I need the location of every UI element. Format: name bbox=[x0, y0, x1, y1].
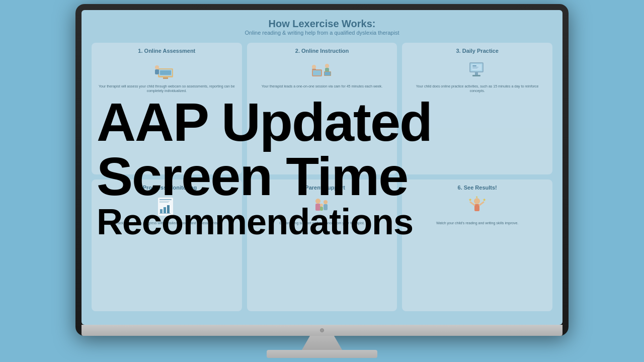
card-2-icon bbox=[307, 57, 337, 82]
monitor-neck bbox=[302, 336, 342, 350]
svg-rect-7 bbox=[313, 70, 321, 75]
svg-rect-2 bbox=[163, 77, 168, 79]
svg-rect-26 bbox=[160, 209, 163, 213]
svg-line-39 bbox=[479, 202, 484, 205]
svg-rect-27 bbox=[164, 207, 166, 213]
svg-rect-18 bbox=[472, 67, 478, 67]
card-1-title: 1. Online Assessment bbox=[138, 48, 195, 54]
svg-rect-24 bbox=[159, 201, 170, 202]
card-4-title: 4. Progress Monitoring bbox=[136, 185, 197, 191]
svg-text:★: ★ bbox=[468, 198, 472, 202]
card-4-desc: Track your child's progress with detaile… bbox=[115, 221, 218, 225]
card-4-icon bbox=[151, 194, 182, 219]
card-daily-practice: 3. Daily Practice bbox=[402, 43, 552, 174]
card-6-icon: ★ ★ ★ bbox=[462, 194, 493, 219]
svg-point-36 bbox=[474, 198, 480, 204]
svg-rect-3 bbox=[160, 70, 171, 75]
monitor-dot bbox=[320, 328, 324, 332]
card-instruction: 2. Online Instruction bbox=[247, 43, 397, 174]
svg-rect-29 bbox=[159, 213, 171, 214]
svg-rect-19 bbox=[472, 68, 477, 68]
card-3-desc: Your child does online practice activiti… bbox=[408, 84, 546, 93]
card-1-desc: Your therapist will assess your child th… bbox=[98, 84, 236, 93]
svg-rect-5 bbox=[155, 69, 159, 74]
screen: How Lexercise Works: Online reading & wr… bbox=[82, 10, 562, 325]
svg-rect-31 bbox=[315, 204, 320, 211]
svg-point-32 bbox=[324, 200, 328, 204]
card-2-title: 2. Online Instruction bbox=[295, 48, 349, 54]
svg-rect-20 bbox=[475, 72, 478, 75]
svg-rect-13 bbox=[312, 69, 316, 69]
card-parent-support: 5. Parent Support bbox=[247, 179, 397, 311]
card-6-desc: Watch your child's reading and writing s… bbox=[436, 221, 518, 225]
card-2-desc: Your therapist leads a one-on-one sessio… bbox=[262, 84, 383, 88]
svg-text:★: ★ bbox=[482, 198, 486, 202]
site-title: How Lexercise Works: bbox=[92, 18, 552, 30]
website-content: How Lexercise Works: Online reading & wr… bbox=[82, 10, 562, 325]
svg-rect-25 bbox=[159, 202, 169, 203]
site-subtitle: Online reading & writing help from a qua… bbox=[92, 30, 552, 36]
svg-rect-37 bbox=[474, 204, 479, 211]
svg-rect-17 bbox=[472, 65, 476, 66]
card-1-icon bbox=[151, 57, 182, 82]
svg-rect-28 bbox=[167, 205, 170, 213]
svg-line-38 bbox=[470, 202, 474, 205]
card-6-title: 6. See Results! bbox=[458, 185, 497, 191]
svg-rect-21 bbox=[472, 75, 480, 76]
svg-rect-11 bbox=[325, 72, 331, 75]
monitor-chin bbox=[82, 325, 562, 336]
svg-rect-23 bbox=[159, 199, 172, 200]
site-header: How Lexercise Works: Online reading & wr… bbox=[92, 18, 552, 36]
svg-point-8 bbox=[325, 64, 329, 68]
svg-point-4 bbox=[155, 65, 159, 69]
card-5-icon bbox=[307, 194, 337, 219]
svg-point-12 bbox=[312, 65, 316, 69]
svg-point-34 bbox=[320, 204, 323, 207]
monitor-container: How Lexercise Works: Online reading & wr… bbox=[75, 4, 569, 358]
cards-grid: 1. Online Assessment bbox=[92, 43, 552, 311]
svg-rect-33 bbox=[324, 204, 328, 210]
card-3-icon bbox=[462, 57, 493, 82]
svg-point-30 bbox=[315, 199, 320, 204]
card-assessment: 1. Online Assessment bbox=[92, 43, 242, 174]
svg-rect-35 bbox=[320, 207, 323, 211]
card-progress: 4. Progress Monitoring bbox=[92, 179, 242, 311]
card-results: 6. See Results! ★ ★ bbox=[402, 179, 552, 311]
monitor-base bbox=[267, 350, 377, 358]
svg-text:★: ★ bbox=[475, 196, 478, 199]
card-3-title: 3. Daily Practice bbox=[456, 48, 498, 54]
monitor-outer: How Lexercise Works: Online reading & wr… bbox=[75, 4, 569, 336]
card-5-title: 5. Parent Support bbox=[299, 185, 345, 191]
card-5-desc: Get ongoing support and guidance from yo… bbox=[279, 221, 365, 225]
